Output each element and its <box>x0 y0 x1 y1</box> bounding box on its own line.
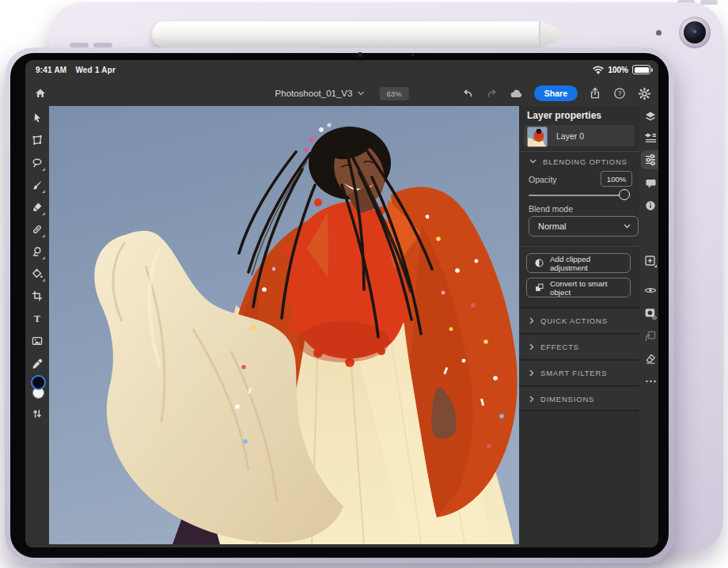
front-ipad-body: 9:41 AM Wed 1 Apr 100% <box>5 47 674 563</box>
apple-pencil-body <box>152 21 541 47</box>
layer-properties-panel: Layer properties Layer 0 B <box>519 106 639 547</box>
apple-pencil-tip <box>540 21 566 47</box>
divider <box>519 246 639 247</box>
dimensions-label: DIMENSIONS <box>540 395 594 403</box>
info-icon[interactable] <box>641 196 658 215</box>
rear-ipad-top-button <box>700 0 718 5</box>
chevron-down-icon[interactable] <box>357 91 364 96</box>
panel-title: Layer properties <box>527 110 601 121</box>
lasso-select-tool[interactable] <box>27 153 47 173</box>
effects-section[interactable]: EFFECTS <box>519 333 639 359</box>
add-clipped-adjustment-button[interactable]: Add clipped adjustment <box>526 253 631 273</box>
smart-filters-label: SMART FILTERS <box>540 369 607 377</box>
blending-options-label: BLENDING OPTIONS <box>543 157 628 166</box>
chevron-down-icon <box>529 159 537 164</box>
blend-mode-value: Normal <box>538 222 566 231</box>
export-icon[interactable] <box>586 85 604 102</box>
type-tool[interactable]: T <box>27 309 47 329</box>
place-image-tool[interactable] <box>27 331 47 351</box>
layer-name: Layer 0 <box>556 131 584 141</box>
move-tool[interactable] <box>27 108 47 128</box>
add-layer-icon[interactable] <box>641 252 658 271</box>
redo-icon[interactable] <box>483 85 501 102</box>
smart-object-icon <box>534 282 544 293</box>
healing-brush-tool[interactable] <box>27 219 47 240</box>
convert-to-smart-object-button[interactable]: Convert to smart object <box>526 278 631 297</box>
adjustment-icon <box>534 258 544 268</box>
chevron-down-icon <box>624 224 631 229</box>
canvas-photo[interactable] <box>49 106 519 544</box>
comments-icon[interactable] <box>641 174 658 193</box>
quick-actions-section[interactable]: QUICK ACTIONS <box>519 307 639 333</box>
document-title[interactable]: Photoshoot_01_V3 <box>275 89 353 98</box>
blend-mode-dropdown[interactable]: Normal <box>529 216 639 237</box>
foreground-background-color-chips[interactable] <box>27 375 47 400</box>
clip-mask-icon[interactable] <box>641 327 658 346</box>
foreground-color-chip[interactable] <box>31 375 46 390</box>
layer-thumbnail <box>527 127 548 147</box>
share-button[interactable]: Share <box>534 85 578 101</box>
home-icon[interactable] <box>32 85 49 102</box>
apple-pencil <box>152 21 566 47</box>
eraser-tool[interactable] <box>27 197 47 218</box>
zoom-level-badge[interactable]: 63% <box>379 87 408 100</box>
status-bar: 9:41 AM Wed 1 Apr 100% <box>25 60 658 81</box>
cloud-sync-icon[interactable] <box>508 85 525 102</box>
swap-colors-icon[interactable] <box>27 403 47 424</box>
transform-tool[interactable] <box>27 130 47 150</box>
adjustments-icon[interactable] <box>641 150 658 169</box>
effects-label: EFFECTS <box>540 343 579 351</box>
more-options-icon[interactable] <box>641 372 658 391</box>
chevron-right-icon <box>529 317 534 324</box>
front-camera-icon <box>358 52 362 57</box>
convert-to-smart-object-label: Convert to smart object <box>550 279 630 297</box>
wifi-icon <box>593 66 604 74</box>
crop-tool[interactable] <box>27 286 47 306</box>
apple-pencil-seam <box>539 21 540 47</box>
svg-text:T: T <box>34 313 40 324</box>
svg-text:?: ? <box>618 89 622 97</box>
blend-mode-label: Blend mode <box>529 204 573 214</box>
eyedropper-tool[interactable] <box>27 354 47 374</box>
opacity-value[interactable]: 100% <box>601 171 632 187</box>
status-time: 9:41 AM <box>36 66 66 74</box>
brush-tool[interactable] <box>27 175 47 195</box>
chevron-right-icon <box>529 369 534 377</box>
add-clipped-adjustment-label: Add clipped adjustment <box>550 255 630 272</box>
layer-properties-icon[interactable] <box>641 128 658 147</box>
front-sensor-dot <box>411 54 414 56</box>
dimensions-section[interactable]: DIMENSIONS <box>519 385 639 411</box>
blending-options-header[interactable]: BLENDING OPTIONS <box>519 152 639 171</box>
layer-mask-icon[interactable] <box>641 304 658 323</box>
visibility-icon[interactable] <box>641 281 658 300</box>
rear-microphone-dot <box>656 30 662 36</box>
rear-camera-glint <box>693 30 696 33</box>
divider <box>519 410 639 411</box>
settings-gear-icon[interactable] <box>635 85 653 102</box>
clone-stamp-tool[interactable] <box>27 241 47 262</box>
fill-tool[interactable] <box>27 263 47 284</box>
top-toolbar: Photoshoot_01_V3 63% <box>25 81 658 106</box>
photoshop-app-screen: 9:41 AM Wed 1 Apr 100% <box>25 60 658 547</box>
page: { "status_bar": { "time": "9:41 AM", "da… <box>0 0 728 568</box>
battery-icon <box>632 65 650 74</box>
layers-icon[interactable] <box>641 107 658 126</box>
battery-percent: 100% <box>608 66 628 74</box>
chevron-right-icon <box>529 396 534 403</box>
chevron-right-icon <box>529 343 534 350</box>
help-icon[interactable]: ? <box>611 85 628 102</box>
opacity-slider[interactable] <box>529 195 624 196</box>
opacity-label: Opacity <box>529 175 557 184</box>
quick-actions-label: QUICK ACTIONS <box>540 316 608 325</box>
layer-row[interactable]: Layer 0 <box>524 125 635 146</box>
status-date: Wed 1 Apr <box>75 66 116 74</box>
undo-icon[interactable] <box>459 85 476 102</box>
delete-layer-icon[interactable] <box>641 349 658 368</box>
opacity-slider-knob[interactable] <box>619 189 630 200</box>
smart-filters-section[interactable]: SMART FILTERS <box>519 359 639 385</box>
